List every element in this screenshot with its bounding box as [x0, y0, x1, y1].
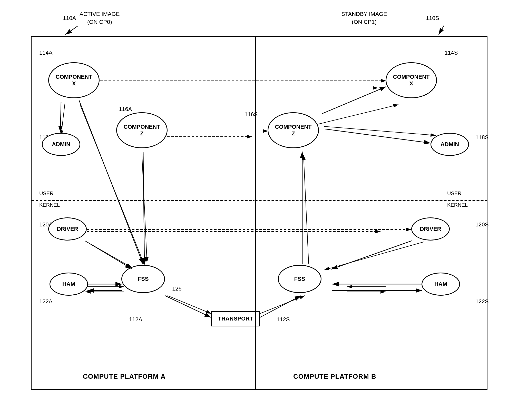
ref-122s: 122S	[475, 298, 488, 305]
svg-line-8	[61, 103, 65, 135]
node-ham-s: HAM	[422, 273, 460, 296]
ref-116s: 116S	[245, 111, 258, 118]
user-label-a: USER	[39, 191, 54, 196]
platform-a-label: COMPUTE PLATFORM A	[83, 373, 166, 381]
node-fss-a: FSS	[121, 265, 165, 293]
ref-110a: 110A	[63, 15, 76, 22]
node-driver-s: DRIVER	[411, 217, 450, 241]
svg-line-30	[322, 87, 386, 114]
node-component-x-a: COMPONENT X	[48, 62, 100, 98]
kernel-label-a: KERNEL	[39, 202, 60, 208]
svg-line-15	[324, 126, 436, 135]
svg-line-26	[85, 241, 132, 269]
svg-line-16	[304, 155, 309, 264]
svg-line-11	[87, 242, 132, 267]
svg-line-17	[324, 242, 424, 270]
transport-box: TRANSPORT	[211, 311, 260, 326]
node-admin-s: ADMIN	[431, 133, 469, 156]
node-component-x-s: COMPONENT X	[386, 62, 437, 98]
active-image-label: ACTIVE IMAGE (ON CP0)	[80, 10, 120, 26]
svg-line-40	[165, 296, 211, 317]
kernel-label-b: KERNEL	[447, 202, 468, 208]
svg-line-32	[331, 241, 412, 269]
svg-line-31	[325, 129, 431, 143]
node-component-z-a: COMPONENT Z	[116, 112, 168, 148]
svg-line-25	[143, 152, 144, 264]
ref-114a: 114A	[39, 49, 52, 56]
svg-line-23	[60, 102, 61, 132]
ref-114s: 114S	[445, 49, 458, 56]
ref-118s: 118S	[475, 134, 488, 141]
node-admin-a: ADMIN	[42, 133, 80, 156]
outer-box: 114A 114S 116A 116S 118A 118S 120A 120S …	[31, 36, 487, 390]
ref-122a: 122A	[39, 298, 52, 305]
ref-120s: 120S	[475, 221, 488, 228]
svg-line-21	[260, 296, 305, 314]
ref-112s: 112S	[277, 316, 290, 323]
ref-110s: 110S	[426, 15, 439, 22]
svg-line-14	[304, 105, 398, 128]
user-label-b: USER	[447, 191, 462, 196]
svg-line-45	[439, 26, 444, 35]
node-component-z-s: COMPONENT Z	[268, 112, 319, 148]
ref-126: 126	[172, 285, 182, 292]
platform-b-label: COMPUTE PLATFORM B	[293, 373, 376, 381]
ref-112a: 112A	[129, 316, 142, 323]
svg-line-43	[65, 26, 78, 35]
diagram-container: ACTIVE IMAGE (ON CP0) STANDBY IMAGE (ON …	[15, 10, 503, 410]
node-fss-s: FSS	[278, 265, 321, 293]
svg-line-10	[142, 153, 147, 262]
node-ham-a: HAM	[50, 273, 88, 296]
ref-116a: 116A	[119, 106, 132, 113]
node-driver-a: DRIVER	[48, 217, 87, 241]
svg-line-20	[168, 296, 211, 314]
svg-line-41	[260, 296, 301, 317]
standby-image-label: STANDBY IMAGE (ON CP1)	[341, 10, 387, 26]
